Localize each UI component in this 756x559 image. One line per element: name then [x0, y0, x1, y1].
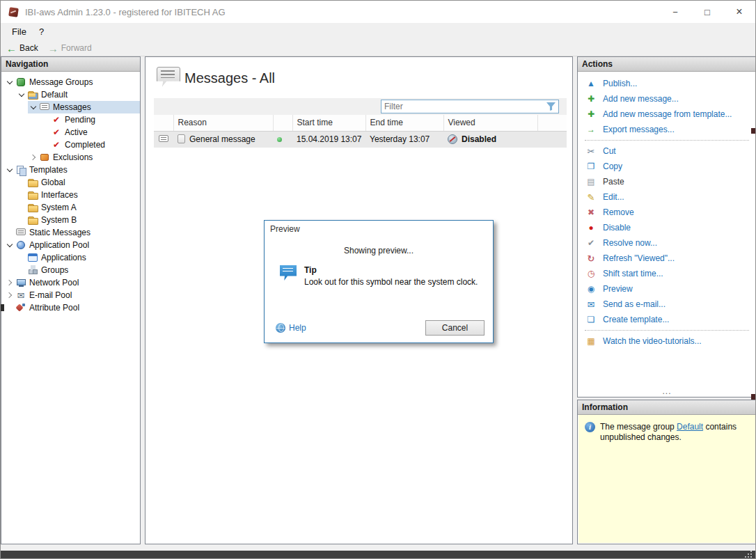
tree-item-attribute-pool[interactable]: Attribute Pool: [4, 301, 140, 314]
status-bar: [1, 551, 755, 559]
information-text: The message group Default contains unpub…: [600, 422, 750, 443]
tree-item-global[interactable]: Global: [16, 176, 140, 189]
tree-item-pending[interactable]: Pending: [40, 113, 140, 126]
tree-item-active[interactable]: Active: [40, 126, 140, 139]
static-messages-icon: [15, 227, 26, 238]
column-header-blank[interactable]: [537, 115, 567, 131]
indent-spacer: [40, 139, 51, 150]
dialog-message: Showing preview...: [265, 246, 493, 255]
column-header-reason[interactable]: Reason: [173, 115, 273, 131]
tree-item-application-pool[interactable]: Application Pool: [4, 239, 140, 251]
tree-item-interfaces[interactable]: Interfaces: [16, 189, 140, 201]
tree-item-templates[interactable]: Templates: [4, 164, 140, 176]
tree-item-applications[interactable]: Applications: [16, 251, 140, 264]
help-link[interactable]: Help: [276, 323, 306, 333]
remove-icon: [585, 207, 597, 218]
action-label: Edit...: [603, 192, 624, 202]
resolve-icon: [585, 237, 597, 249]
shift-start-time-icon: [585, 268, 597, 279]
viewed-text: Disabled: [462, 134, 496, 144]
action-shift-start-time[interactable]: Shift start time...: [578, 266, 756, 281]
action-export-messages[interactable]: Export messages...: [578, 122, 756, 137]
action-label: Create template...: [603, 315, 669, 324]
action-refresh-viewed[interactable]: Refresh "Viewed"...: [578, 251, 756, 266]
check-red-icon: [51, 139, 62, 150]
forward-button[interactable]: → Forward: [48, 43, 92, 54]
tree-item-static-messages[interactable]: Static Messages: [4, 226, 140, 239]
tree-item-message-groups[interactable]: Message Groups: [4, 76, 140, 88]
close-button[interactable]: ×: [723, 1, 755, 23]
action-send-as-e-mail[interactable]: Send as e-mail...: [578, 297, 756, 312]
chevron-right-icon[interactable]: [4, 290, 15, 301]
chevron-down-icon[interactable]: [28, 102, 39, 113]
action-edit[interactable]: Edit...: [578, 189, 756, 205]
filter-funnel-icon[interactable]: [546, 102, 556, 111]
chevron-right-icon[interactable]: [28, 152, 39, 163]
separator: [585, 330, 749, 331]
tree-item-system-b[interactable]: System B: [16, 214, 140, 226]
column-header-start-time[interactable]: Start time: [292, 115, 365, 131]
chevron-down-icon[interactable]: [4, 239, 15, 251]
actions-overflow[interactable]: ...: [578, 386, 756, 396]
action-disable[interactable]: Disable: [578, 220, 756, 235]
menu-help[interactable]: ?: [33, 23, 50, 40]
toolbar: ← Back → Forward: [1, 40, 755, 56]
add-from-template-icon: [585, 109, 597, 120]
minimize-button[interactable]: −: [659, 1, 691, 23]
indent-spacer: [16, 177, 27, 188]
column-header-blank[interactable]: [154, 115, 173, 131]
chevron-down-icon[interactable]: [16, 89, 27, 100]
cancel-button[interactable]: Cancel: [425, 320, 485, 336]
action-publish[interactable]: Publish...: [578, 76, 756, 91]
email-pool-icon: [15, 290, 26, 301]
chevron-down-icon[interactable]: [4, 77, 15, 88]
action-cut[interactable]: Cut: [578, 143, 756, 159]
application-pool-icon: [15, 239, 26, 251]
tip-block: Tip Look out for this symbol near the sy…: [280, 265, 493, 287]
tree-item-label: Static Messages: [26, 228, 90, 237]
tree-item-groups[interactable]: Groups: [16, 264, 140, 276]
action-copy[interactable]: Copy: [578, 159, 756, 174]
splitter-marker: [1, 304, 4, 311]
chevron-down-icon[interactable]: [4, 164, 15, 175]
action-preview[interactable]: Preview: [578, 281, 756, 297]
tree-item-completed[interactable]: Completed: [40, 139, 140, 151]
action-watch-the-video-tutorials[interactable]: Watch the video-tutorials...: [578, 333, 756, 349]
active-status-dot-icon: [277, 137, 282, 142]
publish-icon: [585, 78, 597, 89]
add-message-icon: [585, 93, 597, 104]
column-header-end-time[interactable]: End time: [365, 115, 443, 131]
column-header-viewed[interactable]: Viewed: [443, 115, 537, 131]
tree-item-exclusions[interactable]: Exclusions: [28, 151, 140, 164]
resize-grip-icon[interactable]: [750, 556, 752, 558]
templates-icon: [15, 164, 26, 175]
folder-default-icon: [27, 89, 38, 100]
action-label: Paste: [603, 177, 624, 187]
chevron-right-icon[interactable]: [4, 277, 15, 288]
filter-input[interactable]: [384, 102, 546, 111]
back-button[interactable]: ← Back: [6, 43, 38, 54]
tip-bubble-icon: [280, 265, 297, 281]
action-create-template[interactable]: Create template...: [578, 312, 756, 327]
tree-item-default[interactable]: Default: [16, 88, 140, 101]
tree-item-network-pool[interactable]: Network Pool: [4, 276, 140, 289]
table-header-row: ReasonStart timeEnd timeViewed: [154, 115, 567, 131]
action-remove[interactable]: Remove: [578, 205, 756, 220]
action-add-new-message[interactable]: Add new message...: [578, 91, 756, 107]
message-groups-icon: [15, 77, 26, 88]
tree-item-e-mail-pool[interactable]: E-mail Pool: [4, 289, 140, 301]
column-header-blank[interactable]: [273, 115, 292, 131]
tree-item-messages[interactable]: Messages: [28, 101, 140, 113]
help-label: Help: [289, 323, 306, 333]
menu-file[interactable]: File: [6, 23, 33, 40]
maximize-button[interactable]: □: [691, 1, 723, 23]
action-paste[interactable]: Paste: [578, 174, 756, 189]
default-group-link[interactable]: Default: [677, 422, 703, 432]
viewed-cell: Disabled: [443, 131, 537, 148]
action-add-new-message-from-template[interactable]: Add new message from template...: [578, 107, 756, 122]
folder-icon: [27, 189, 38, 200]
action-label: Preview: [603, 284, 633, 294]
tree-item-system-a[interactable]: System A: [16, 201, 140, 214]
action-resolve-now[interactable]: Resolve now...: [578, 235, 756, 251]
message-row[interactable]: General message15.04.2019 13:07Yesterday…: [154, 131, 567, 148]
